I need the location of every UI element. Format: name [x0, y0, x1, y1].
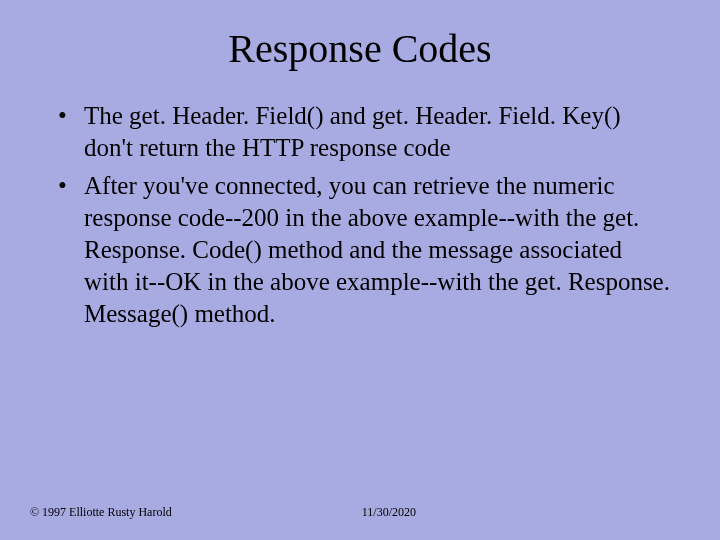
slide: Response Codes The get. Header. Field() … — [0, 0, 720, 540]
bullet-list: The get. Header. Field() and get. Header… — [40, 100, 680, 330]
footer-date: 11/30/2020 — [362, 505, 416, 520]
copyright-text: © 1997 Elliotte Rusty Harold — [30, 505, 172, 520]
bullet-item: The get. Header. Field() and get. Header… — [50, 100, 670, 164]
slide-title: Response Codes — [40, 25, 680, 72]
slide-footer: © 1997 Elliotte Rusty Harold 11/30/2020 — [30, 505, 690, 520]
bullet-item: After you've connected, you can retrieve… — [50, 170, 670, 330]
